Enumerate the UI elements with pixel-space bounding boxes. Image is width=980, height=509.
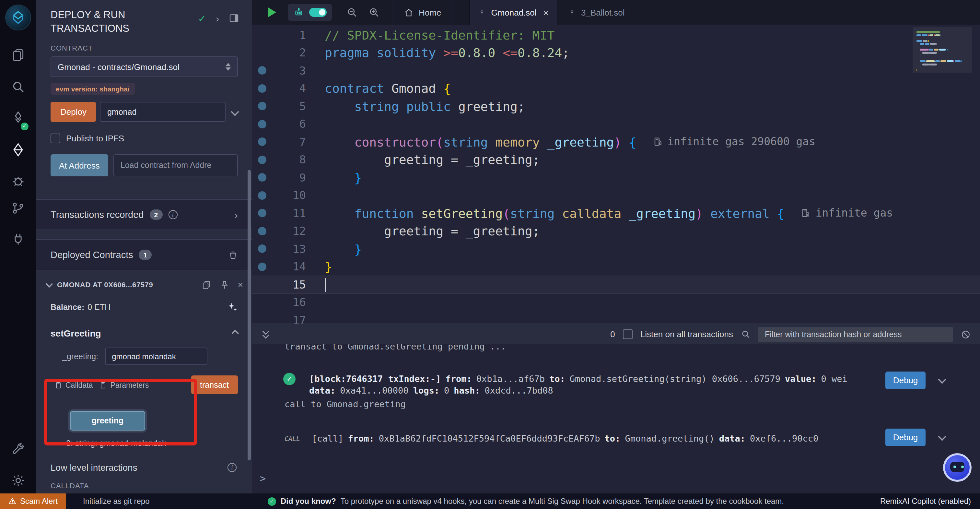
code-editor[interactable]: 1// SPDX-License-Identifier: MIT2pragma … (252, 25, 980, 324)
balance-value: 0 ETH (88, 303, 110, 311)
tab-home-label: Home (419, 8, 441, 17)
zoom-in-icon[interactable] (368, 6, 380, 18)
panel-scrollbar[interactable] (248, 170, 251, 460)
trash-icon[interactable] (228, 250, 238, 260)
transaction-success-icon: ✓ (283, 373, 296, 385)
sparkle-icon[interactable] (227, 302, 238, 313)
gutter-dot-icon[interactable] (258, 67, 266, 75)
code-line: 9 } (252, 169, 980, 187)
call-note: call to Gmonad.greeting (285, 399, 406, 409)
instance-expand-chevron-icon[interactable] (46, 280, 53, 287)
gutter-dot-icon[interactable] (258, 120, 266, 128)
plugin-manager-icon[interactable] (0, 230, 36, 249)
minimap[interactable] (913, 27, 972, 81)
gutter-dot-icon[interactable] (258, 245, 266, 253)
expand-chevron-icon[interactable]: › (235, 209, 238, 220)
gutter-dot-icon[interactable] (258, 84, 266, 93)
search-icon[interactable] (0, 77, 36, 97)
gutter-dot-icon[interactable] (258, 138, 266, 146)
copilot-toggle[interactable] (309, 8, 326, 17)
warning-icon (8, 497, 16, 505)
contract-select[interactable]: Gmonad - contracts/Gmonad.sol (51, 56, 238, 77)
deploy-expand-chevron-icon[interactable] (231, 108, 239, 116)
clear-console-icon[interactable] (961, 329, 971, 340)
transactions-recorded-section[interactable]: Transactions recorded 2 i › (36, 199, 252, 230)
code-line: 17 (252, 311, 980, 324)
tools-icon[interactable] (0, 440, 36, 459)
collapse-chevron-icon[interactable] (232, 330, 239, 337)
ai-chat-bubble[interactable] (943, 453, 972, 482)
transact-button[interactable]: transact (191, 375, 238, 394)
greeting-call-button[interactable]: greeting (70, 411, 145, 431)
git-icon[interactable] (0, 198, 36, 218)
contract-instance-header[interactable]: GMONAD AT 0X606...67579 × (36, 279, 252, 290)
low-level-title: Low level interactions (51, 462, 137, 473)
forward-chevron-icon[interactable]: › (216, 13, 219, 24)
gutter-dot-icon[interactable] (258, 174, 266, 182)
calldata-button[interactable]: Calldata (54, 381, 93, 389)
tab-ballot-sol[interactable]: 3_Ballot.sol (557, 0, 635, 25)
balance-row: Balance: 0 ETH (36, 302, 252, 313)
parameters-button[interactable]: Parameters (99, 381, 149, 389)
scam-alert-button[interactable]: Scam Alert (0, 493, 66, 509)
copy-icon[interactable] (202, 280, 211, 289)
copilot-status[interactable]: RemixAI Copilot (enabled) (880, 497, 971, 506)
gutter-dot-icon[interactable] (258, 209, 266, 217)
deploy-button[interactable]: Deploy (51, 102, 96, 122)
contract-select-value: Gmonad - contracts/Gmonad.sol (58, 62, 180, 72)
gutter-dot-icon[interactable] (258, 191, 266, 200)
remix-ai-robot-icon[interactable] (293, 7, 304, 18)
init-git-repo-button[interactable]: Initialize as git repo (83, 497, 150, 506)
info-icon[interactable]: i (168, 210, 177, 219)
greeting-arg-input[interactable] (105, 348, 207, 365)
pin-icon[interactable] (220, 280, 229, 289)
debugger-icon[interactable] (0, 171, 36, 191)
transactions-recorded-label: Transactions recorded (51, 209, 143, 220)
gutter-dot-icon[interactable] (258, 263, 266, 271)
deploy-run-icon[interactable] (0, 140, 36, 160)
info-icon[interactable]: i (228, 463, 237, 472)
tab-gmonad-sol[interactable]: Gmonad.sol × (469, 0, 557, 25)
at-address-button[interactable]: At Address (51, 154, 108, 176)
file-explorer-icon[interactable] (0, 45, 36, 65)
remix-logo[interactable] (5, 5, 31, 30)
gutter-dot-icon[interactable] (258, 102, 266, 110)
transaction-log[interactable]: [block:7646317 txIndex:-]from:0xb1a...af… (309, 373, 852, 396)
run-script-play-icon[interactable] (268, 7, 276, 18)
tx-data: 0xa41...00000 (340, 385, 408, 396)
call-log[interactable]: [call]from:0xB1aB62fdFC104512F594fCa0EF6… (312, 432, 823, 444)
line-number: 3 (266, 64, 306, 77)
home-icon (404, 8, 414, 17)
settings-gear-icon[interactable] (0, 471, 36, 490)
compile-success-badge: ✓ (21, 123, 29, 130)
activity-icon-bar: ✓ (0, 0, 36, 493)
code-line: 5 string public greeting; (252, 97, 980, 115)
gutter-dot-icon[interactable] (258, 156, 266, 164)
constructor-arg-input[interactable] (100, 102, 226, 122)
close-tab-icon[interactable]: × (543, 7, 549, 18)
terminal[interactable]: transact to Gmonad.setGreeting pending .… (252, 344, 980, 493)
terminal-count: 0 (610, 329, 615, 339)
debug-button[interactable]: Debug (885, 429, 926, 446)
listen-all-checkbox[interactable] (623, 329, 633, 339)
close-icon[interactable]: × (238, 279, 243, 290)
tab-home[interactable]: Home (393, 0, 452, 25)
solidity-file-icon (477, 8, 486, 16)
zoom-out-icon[interactable] (346, 6, 358, 18)
select-arrows-icon (226, 63, 231, 71)
tx-from: 0xb1a...af67b (476, 373, 545, 384)
debug-button[interactable]: Debug (885, 372, 926, 389)
expand-log-chevron-icon[interactable] (938, 375, 946, 383)
expand-log-chevron-icon[interactable] (938, 432, 946, 440)
terminal-search-icon[interactable] (741, 329, 751, 339)
publish-ipfs-checkbox[interactable] (51, 134, 60, 143)
transaction-filter-input[interactable] (758, 327, 953, 342)
solidity-compiler-icon[interactable]: ✓ (0, 108, 36, 128)
gutter-dot-icon[interactable] (258, 227, 266, 235)
pin-panel-icon[interactable] (229, 13, 239, 23)
code-line: 15 (252, 276, 980, 294)
terminal-collapse-icon[interactable] (261, 330, 270, 339)
at-address-input[interactable] (113, 154, 238, 176)
status-bar: Scam Alert Initialize as git repo ✓ Did … (0, 493, 980, 509)
line-number: 16 (266, 296, 306, 309)
